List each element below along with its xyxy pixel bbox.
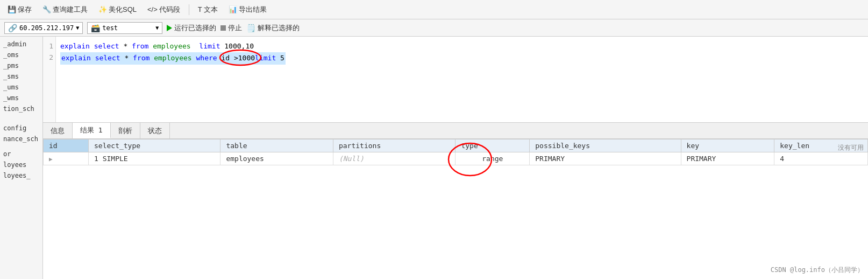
tabs-bar: 信息 结果 1 剖析 状态 <box>43 123 868 139</box>
separator <box>189 4 189 15</box>
line-number-2: 2 <box>45 52 53 64</box>
sidebar-item-ums[interactable]: _ums <box>0 82 42 93</box>
condition-text: id >1000 <box>221 54 255 62</box>
explain-button[interactable]: 🗒️ 解释已选择的 <box>246 23 300 33</box>
tab-status-label: 状态 <box>148 126 162 136</box>
type-value: range <box>482 155 503 163</box>
sidebar-item-oms[interactable]: _oms <box>0 50 42 60</box>
text-label: 文本 <box>204 5 218 15</box>
sidebar-divider-2 <box>0 118 42 123</box>
play-icon <box>167 25 172 31</box>
sidebar-item-config[interactable]: config <box>0 123 42 134</box>
text-icon: T <box>198 5 202 13</box>
results-table: id select_type table partitions type <box>43 139 868 165</box>
save-icon: 💾 <box>8 5 16 13</box>
select-type-value: 1 SIMPLE <box>94 155 128 163</box>
connection-icon: 🔗 <box>8 24 17 32</box>
tab-info-label: 信息 <box>51 126 65 136</box>
no-available-notice: 没有可用 <box>838 143 864 152</box>
cell-select-type: 1 SIMPLE <box>89 152 220 165</box>
col-header-id: id <box>44 140 89 152</box>
tab-info[interactable]: 信息 <box>43 123 73 138</box>
sidebar-item-wms[interactable]: _wms <box>0 93 42 103</box>
export-button[interactable]: 📊 导出结果 <box>225 4 270 16</box>
explain-keyword-2: explain <box>61 53 91 64</box>
query-builder-button[interactable]: 🔧 查询建工具 <box>39 4 91 16</box>
sidebar-item-nance[interactable]: nance_sch <box>0 134 42 144</box>
star-1: * <box>123 41 127 52</box>
run-selected-label: 运行已选择的 <box>174 23 216 33</box>
sql-editor[interactable]: 1 2 explain select * from employees limi… <box>43 37 868 123</box>
db-icon: 🗃️ <box>91 24 100 32</box>
col-possible-keys-label: possible_keys <box>535 142 590 150</box>
cell-key-len: 4 <box>774 152 868 165</box>
select-keyword-1: select <box>94 41 119 52</box>
sidebar-item-employees2[interactable]: loyees_ <box>0 170 42 181</box>
stop-button[interactable]: 停止 <box>220 23 242 33</box>
editor-results: 1 2 explain select * from employees limi… <box>43 37 868 279</box>
db-selector[interactable]: 🗃️ test ▼ <box>87 22 162 34</box>
sparkle-icon: ✨ <box>98 5 107 13</box>
text-button[interactable]: T 文本 <box>195 4 221 16</box>
tab-status[interactable]: 状态 <box>140 123 170 138</box>
sidebar-item-admin[interactable]: _admin <box>0 39 42 50</box>
cell-table: employees <box>220 152 333 165</box>
code-line-1: explain select * from employees limit 10… <box>60 41 864 52</box>
col-header-key: key <box>681 140 774 152</box>
where-condition: id >1000 <box>221 53 255 64</box>
code-line-2: explain select * from employees where id… <box>60 52 286 65</box>
cell-key: PRIMARY <box>681 152 774 165</box>
run-selected-button[interactable]: 运行已选择的 <box>167 23 216 33</box>
code-snippet-button[interactable]: </> 代码段 <box>144 4 183 16</box>
export-label: 导出结果 <box>239 5 267 15</box>
col-table-label: table <box>226 142 247 150</box>
explain-icon: 🗒️ <box>246 24 255 32</box>
table-row: ▶ 1 SIMPLE employees (Null) range <box>44 152 868 165</box>
sidebar-item-sms[interactable]: _sms <box>0 71 42 82</box>
col-header-partitions: partitions <box>333 140 456 152</box>
toolbar: 💾 保存 🔧 查询建工具 ✨ 美化SQL </> 代码段 T 文本 📊 导出结果 <box>0 0 868 19</box>
table-name-2: employees <box>154 53 191 64</box>
sidebar-item-or[interactable]: or <box>0 149 42 159</box>
chevron-down-icon-2: ▼ <box>155 25 159 31</box>
cell-marker: ▶ <box>44 152 89 165</box>
code-area[interactable]: explain select * from employees limit 10… <box>56 37 868 122</box>
table-name-1: employees <box>153 41 190 52</box>
sidebar-item-pms[interactable]: _pms <box>0 60 42 71</box>
line-number-1: 1 <box>45 41 53 52</box>
beautify-sql-label: 美化SQL <box>109 5 137 15</box>
tab-results-label: 结果 1 <box>80 125 103 135</box>
cell-partitions: (Null) <box>333 152 456 165</box>
save-button[interactable]: 💾 保存 <box>4 4 35 16</box>
code-snippet-label: 代码段 <box>159 5 180 15</box>
col-header-select-type: select_type <box>89 140 220 152</box>
no-available-text: 没有可用 <box>838 144 864 151</box>
tab-results[interactable]: 结果 1 <box>73 123 111 138</box>
ip-label: 60.205.212.197 <box>19 24 74 32</box>
export-icon: 📊 <box>229 5 237 13</box>
col-header-possible-keys: possible_keys <box>530 140 681 152</box>
from-keyword-2: from <box>133 53 150 64</box>
col-select-type-label: select_type <box>94 142 140 150</box>
sidebar-item-employees[interactable]: loyees <box>0 159 42 170</box>
db-label: test <box>102 24 118 32</box>
code-icon: </> <box>147 5 158 13</box>
col-partitions-label: partitions <box>339 142 381 150</box>
limit-keyword-1: limit <box>199 41 220 52</box>
query-builder-icon: 🔧 <box>42 5 51 13</box>
ip-selector[interactable]: 🔗 60.205.212.197 ▼ <box>4 22 83 34</box>
cell-type: range <box>456 152 530 165</box>
sidebar-item-tion[interactable]: tion_sch <box>0 103 42 114</box>
connection-bar: 🔗 60.205.212.197 ▼ 🗃️ test ▼ 运行已选择的 停止 🗒… <box>0 19 868 37</box>
col-id-label: id <box>49 142 58 150</box>
key-len-value: 4 <box>780 155 784 163</box>
beautify-sql-button[interactable]: ✨ 美化SQL <box>95 4 140 16</box>
main-area: _admin _oms _pms _sms _ums _wms tion_sch… <box>0 37 868 279</box>
stop-icon <box>220 25 226 31</box>
tab-profiling[interactable]: 剖析 <box>111 123 140 138</box>
col-key-label: key <box>687 142 699 150</box>
key-value: PRIMARY <box>687 155 716 163</box>
stop-label: 停止 <box>228 23 242 33</box>
col-type-label: type <box>461 142 478 150</box>
col-key-len-label: key_len <box>780 142 809 150</box>
